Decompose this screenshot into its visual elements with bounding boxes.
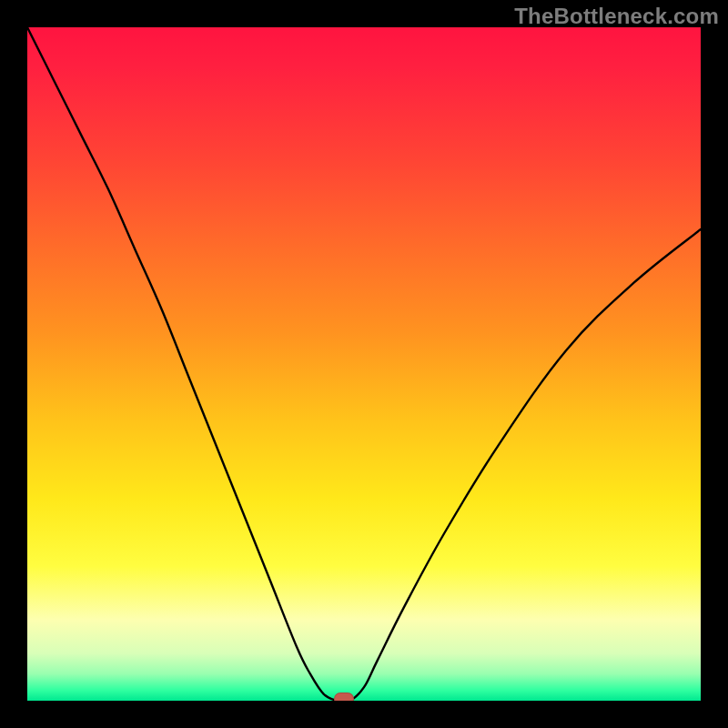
watermark-text: TheBottleneck.com [514,4,719,29]
bottleneck-curve [27,27,701,701]
chart-frame: TheBottleneck.com [0,0,728,728]
optimal-point-marker [334,693,354,701]
plot-area [27,27,701,701]
